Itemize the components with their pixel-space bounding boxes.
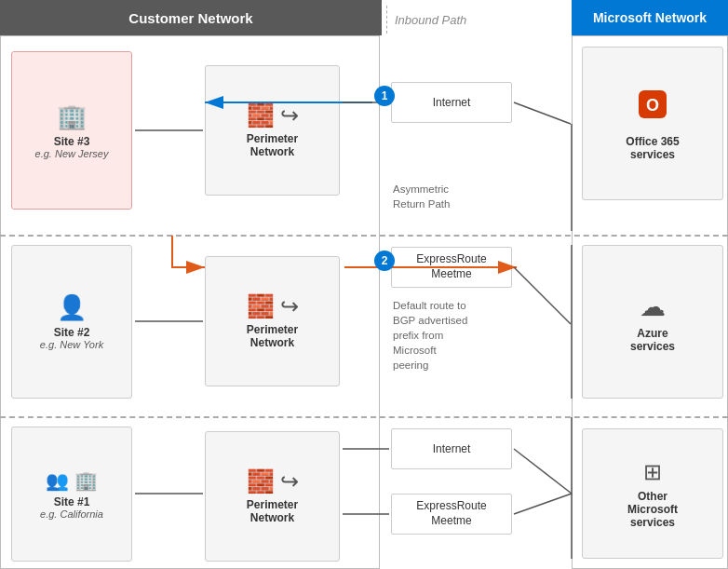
site1-people-icon: 👥 bbox=[46, 469, 69, 492]
site3-label: Site #3 bbox=[54, 135, 90, 148]
router-icon-1: ↪ bbox=[280, 102, 299, 129]
firewall-icon-3: 🧱 bbox=[247, 468, 275, 494]
o365-label: Office 365services bbox=[626, 135, 679, 161]
site1-box: 👥 🏢 Site #1 e.g. California bbox=[11, 427, 132, 562]
site3-sub: e.g. New Jersey bbox=[35, 148, 109, 159]
other-ms-box: ⊞ OtherMicrosoftservices bbox=[582, 428, 723, 559]
diagram: Customer Network Microsoft Network Inbou… bbox=[0, 0, 728, 569]
site3-building-icon: 🏢 bbox=[57, 102, 87, 131]
customer-network-header: Customer Network bbox=[0, 0, 382, 35]
internet-connector-1: Internet bbox=[391, 82, 512, 123]
perimeter-label-1: PerimeterNetwork bbox=[247, 132, 298, 158]
site1-label: Site #1 bbox=[54, 495, 90, 508]
azure-box: ☁ Azureservices bbox=[582, 245, 723, 399]
site2-people-icon: 👤 bbox=[57, 293, 87, 322]
perimeter-box-1: 🧱 ↪ PerimeterNetwork bbox=[205, 65, 340, 196]
firewall-icon-1: 🧱 bbox=[247, 102, 275, 129]
site2-sub: e.g. New York bbox=[40, 339, 103, 350]
inbound-path-label: Inbound Path bbox=[386, 6, 466, 34]
other-ms-icon: ⊞ bbox=[643, 459, 662, 485]
expressroute-connector-2: ExpressRouteMeetme bbox=[391, 494, 512, 535]
site3-box: 🏢 Site #3 e.g. New Jersey bbox=[11, 51, 132, 210]
divider-2 bbox=[0, 416, 728, 418]
azure-label: Azureservices bbox=[630, 327, 675, 353]
svg-text:O: O bbox=[646, 96, 659, 115]
site1-sub: e.g. California bbox=[40, 508, 103, 520]
o365-box: O Office 365services bbox=[582, 47, 723, 200]
router-icon-3: ↪ bbox=[280, 468, 299, 494]
other-ms-label: OtherMicrosoftservices bbox=[627, 490, 678, 529]
badge-1: 1 bbox=[374, 86, 395, 106]
default-route-annotation: Default route toBGP advertisedprefix fro… bbox=[393, 298, 537, 373]
azure-icon: ☁ bbox=[640, 291, 666, 322]
site2-label: Site #2 bbox=[54, 326, 90, 339]
svg-line-14 bbox=[514, 102, 571, 124]
site2-box: 👤 Site #2 e.g. New York bbox=[11, 245, 132, 399]
svg-line-19 bbox=[514, 494, 572, 514]
perimeter-label-2: PerimeterNetwork bbox=[247, 323, 298, 349]
microsoft-network-header: Microsoft Network bbox=[572, 0, 728, 35]
badge-2: 2 bbox=[374, 251, 395, 271]
perimeter-box-3: 🧱 ↪ PerimeterNetwork bbox=[205, 431, 340, 562]
expressroute-connector-1: ExpressRouteMeetme bbox=[391, 247, 512, 288]
divider-1 bbox=[0, 235, 728, 237]
firewall-icon-2: 🧱 bbox=[247, 293, 275, 319]
o365-icon: O bbox=[634, 86, 671, 130]
perimeter-label-3: PerimeterNetwork bbox=[247, 498, 298, 524]
svg-line-17 bbox=[514, 449, 572, 494]
router-icon-2: ↪ bbox=[280, 293, 299, 319]
site1-building-icon: 🏢 bbox=[74, 469, 98, 492]
internet-connector-2: Internet bbox=[391, 428, 512, 469]
asymmetric-annotation: AsymmetricReturn Path bbox=[393, 182, 514, 211]
perimeter-box-2: 🧱 ↪ PerimeterNetwork bbox=[205, 256, 340, 386]
